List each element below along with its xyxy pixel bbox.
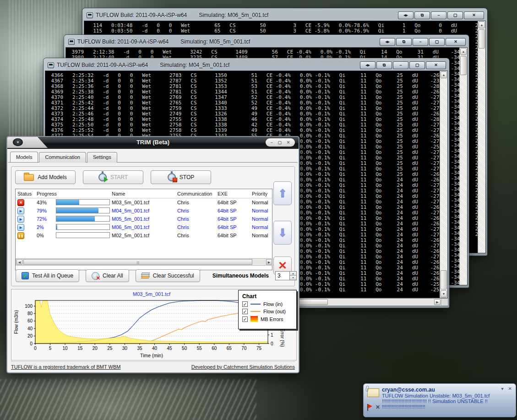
scroll-right-icon[interactable]: ▶: [434, 299, 441, 305]
scrollbar-thumb[interactable]: |||: [23, 259, 252, 265]
checkbox-checked-icon[interactable]: ✓: [242, 309, 248, 314]
options-chevron-icon[interactable]: ▾: [501, 386, 504, 391]
minimize-button[interactable]: –: [431, 11, 446, 19]
notification-body-line2: !!!!!!!!!!!!!!!!!!!!!!!!!!!!!!!: [382, 404, 512, 409]
trademark-link[interactable]: TUFLOW is a registered trademark of BMT …: [11, 364, 120, 370]
clear-successful-button[interactable]: Clear Successful: [136, 269, 200, 282]
table-row[interactable]: ❚❚0%M02_5m_001.tcfChris64bit SPNormal: [16, 231, 272, 240]
scrollbar-thumb[interactable]: [460, 56, 467, 75]
checkbox-checked-icon[interactable]: ✓: [242, 301, 248, 307]
table-horizontal-scrollbar[interactable]: ◀ ||| ▶: [16, 258, 273, 266]
minimize-button[interactable]: –: [413, 38, 428, 46]
scroll-up-icon[interactable]: ▲: [441, 71, 447, 78]
minimize-button[interactable]: –: [393, 61, 408, 69]
table-row[interactable]: ▶72%M05_5m_001.tcfChris64bit SPNormal: [16, 215, 272, 223]
layers-icon: [141, 273, 150, 279]
legend-item-mb-errors[interactable]: ✓ MB Errors: [242, 316, 293, 322]
test-all-button[interactable]: ✓ Test All in Queue: [16, 269, 79, 282]
close-button[interactable]: ✕: [426, 61, 446, 69]
table-row[interactable]: ▶79%M04_5m_001.tcfChris64bit SPNormal: [16, 207, 272, 215]
gradient-sample-icon: [250, 316, 258, 322]
maximize-button[interactable]: ▢: [409, 61, 425, 69]
mark-icon[interactable]: ◂▸: [398, 11, 414, 19]
move-down-button[interactable]: ⬇: [273, 221, 292, 245]
svg-text:45: 45: [167, 346, 173, 351]
developer-link[interactable]: Developed by Catchment Simulation Soluti…: [191, 364, 295, 370]
model-exe: 64bit SP: [216, 224, 250, 230]
scroll-down-icon[interactable]: ▼: [441, 290, 447, 297]
legend-item-flow-out[interactable]: ✓ Flow (out): [242, 309, 293, 314]
scroll-up-icon[interactable]: ▲: [460, 48, 467, 55]
vertical-scrollbar[interactable]: ▲: [478, 21, 485, 253]
close-icon[interactable]: ✕: [508, 386, 512, 391]
add-models-button[interactable]: Add Models: [15, 170, 76, 184]
stepper-down-icon[interactable]: ▼: [290, 276, 296, 280]
progress-percent: 79%: [35, 208, 54, 213]
scroll-right-icon[interactable]: ▶: [266, 259, 272, 265]
console-titlebar[interactable]: TUFLOW Build: 2011-09-AA-iSP-w64Simulati…: [45, 60, 448, 71]
console-title: TUFLOW Build: 2011-09-AA-iSP-w64Simulati…: [96, 12, 268, 18]
col-progress: Progress: [35, 191, 110, 196]
flag-icon[interactable]: [368, 404, 372, 409]
close-button[interactable]: ✕: [446, 38, 466, 46]
console-titlebar[interactable]: TUFLOW Build: 2011-09-AA-iSP-w64Simulati…: [65, 36, 468, 47]
svg-text:75: 75: [256, 346, 262, 351]
minimize-button[interactable]: –: [271, 140, 273, 145]
scroll-up-icon[interactable]: ▲: [479, 22, 485, 28]
scrollbar-thumb[interactable]: [479, 29, 485, 49]
copy-icon[interactable]: ⧉: [396, 38, 412, 46]
model-priority: Normal: [250, 200, 272, 205]
checkbox-checked-icon[interactable]: ✓: [242, 316, 248, 322]
maximize-button[interactable]: ▢: [429, 38, 445, 46]
start-button[interactable]: START: [83, 170, 143, 184]
delete-icon[interactable]: ✕: [376, 404, 380, 410]
table-row[interactable]: ✕43%M03_5m_001.tcfChris64bit SPNormal: [16, 198, 272, 207]
model-priority: Normal: [250, 216, 272, 222]
mark-icon[interactable]: ◂▸: [380, 38, 395, 46]
simultaneous-models-stepper[interactable]: 3 ▲ ▼: [275, 271, 297, 280]
stop-button[interactable]: STOP: [151, 170, 211, 184]
tab-communication[interactable]: Communication: [39, 152, 86, 163]
close-button[interactable]: ✕: [287, 140, 290, 145]
progress-bar: [56, 232, 110, 238]
model-exe: 64bit SP: [216, 200, 250, 205]
copy-icon[interactable]: ⧉: [376, 61, 392, 69]
resize-grip[interactable]: [441, 299, 448, 305]
table-row[interactable]: ▶2%M06_5m_001.tcfChris64bit SPNormal: [16, 223, 272, 231]
console-window-icon: [87, 12, 93, 18]
line-sample-icon: [250, 311, 261, 312]
copy-icon[interactable]: ⧉: [414, 11, 430, 19]
mark-icon[interactable]: ◂▸: [360, 61, 376, 69]
model-communication: Chris: [175, 200, 216, 205]
stepper-up-icon[interactable]: ▲: [290, 272, 296, 276]
close-button[interactable]: ✕: [464, 11, 484, 19]
scroll-left-icon[interactable]: ◀: [16, 259, 22, 265]
scrollbar-thumb[interactable]: [441, 270, 447, 289]
stepper-value[interactable]: 3: [276, 272, 289, 280]
svg-text:50: 50: [182, 346, 187, 351]
line-sample-icon: [250, 304, 261, 305]
notification-subject[interactable]: TUFLOW Simulation Unstable: M03_5m_001.t…: [382, 393, 512, 398]
status-error-icon: ✕: [17, 199, 24, 206]
progress-percent: 0%: [35, 233, 54, 238]
svg-text:Time (min): Time (min): [140, 353, 163, 358]
console-titlebar[interactable]: TUFLOW Build: 2011-09-AA-iSP-w64Simulati…: [84, 10, 486, 21]
svg-text:1: 1: [271, 333, 273, 338]
notification-sender[interactable]: cryan@csse.com.au: [382, 387, 512, 393]
trim-titlebar[interactable]: ▾ TRIM (Beta) – ▢ ✕: [7, 137, 299, 149]
legend-item-flow-in[interactable]: ✓ Flow (in): [242, 301, 293, 307]
chart-legend: Chart ✓ Flow (in) ✓ Flow (out) ✓ MB Erro…: [238, 290, 297, 329]
stopwatch-stop-icon: [168, 173, 176, 181]
col-name: Name: [110, 191, 175, 196]
maximize-button[interactable]: ▢: [447, 11, 463, 19]
vertical-scrollbar[interactable]: ▲ ▼: [440, 71, 447, 298]
maximize-button[interactable]: ▢: [278, 140, 282, 145]
move-up-button[interactable]: ⬆: [273, 181, 292, 205]
trim-window: ▾ TRIM (Beta) – ▢ ✕ Models Communication…: [6, 136, 299, 373]
vertical-scrollbar[interactable]: ▲: [459, 48, 467, 285]
tab-settings[interactable]: Settings: [87, 152, 117, 163]
tab-models[interactable]: Models: [10, 152, 38, 162]
email-notification-popup[interactable]: ✕ ▾ ✕ cryan@csse.com.au TUFLOW Simulatio…: [363, 383, 516, 417]
clear-all-button[interactable]: Clear All: [86, 269, 129, 282]
svg-text:30: 30: [122, 346, 128, 351]
